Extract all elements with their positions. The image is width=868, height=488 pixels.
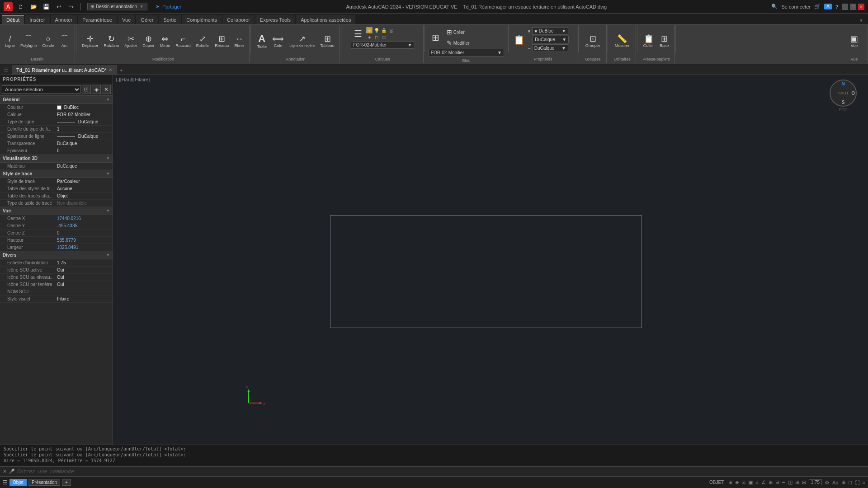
status-objet-btn[interactable]: Objet bbox=[9, 479, 27, 486]
snap-btn[interactable]: ◈ bbox=[735, 479, 739, 485]
layer-dropdown[interactable]: FOR-02-Mobilier ▼ bbox=[351, 41, 414, 49]
close-btn[interactable]: ✕ bbox=[858, 4, 864, 10]
new-tab-btn[interactable]: + bbox=[117, 67, 125, 73]
copier-btn[interactable]: ⊕ Copier bbox=[140, 33, 157, 49]
cart-icon[interactable]: 🛒 bbox=[814, 4, 821, 9]
status-menu-icon[interactable]: ☰ bbox=[3, 479, 8, 486]
undo-btn[interactable]: ↩ bbox=[54, 2, 63, 11]
base-btn[interactable]: ⊞ Base bbox=[657, 33, 671, 49]
tab-vue[interactable]: Vue bbox=[118, 15, 135, 24]
proprietes-calques-btn[interactable]: ☰ bbox=[351, 28, 365, 40]
props-selector-dropdown[interactable]: Aucune sélection bbox=[2, 85, 81, 94]
user-initial[interactable]: A bbox=[824, 4, 832, 9]
workspace-switch-btn[interactable]: ⊞ bbox=[841, 479, 845, 485]
arc-btn[interactable]: ⌒ Arc bbox=[57, 33, 72, 49]
search-icon[interactable]: 🔍 bbox=[771, 4, 778, 9]
open-btn[interactable]: 📂 bbox=[29, 2, 38, 11]
mesurer-btn[interactable]: 📏 Mesurer bbox=[613, 33, 632, 49]
dyn-btn[interactable]: ⊟ bbox=[775, 479, 779, 485]
tab-express[interactable]: Express Tools bbox=[255, 15, 295, 24]
section-visu3d[interactable]: Visualisation 3D ▼ bbox=[0, 155, 113, 163]
fullscreen-btn[interactable]: ⛶ bbox=[855, 480, 860, 485]
tab-collaborer[interactable]: Collaborer bbox=[222, 15, 255, 24]
settings-btn[interactable]: ⚙ bbox=[825, 479, 830, 486]
tab-annoter[interactable]: Annoter bbox=[51, 15, 77, 24]
reseau-btn[interactable]: ⊞ Réseau bbox=[212, 33, 231, 49]
coller-btn[interactable]: 📋 Coller bbox=[641, 33, 656, 49]
etirer-btn[interactable]: ↔ Etirer bbox=[232, 33, 246, 49]
layer-on-icon[interactable]: 💡 bbox=[373, 27, 380, 33]
doc-tab-active[interactable]: Td_01 Réaménager u...tilisant AutoCAD* ✕ bbox=[12, 65, 117, 75]
cmd-input[interactable] bbox=[17, 469, 865, 474]
connect-btn[interactable]: Se connecter bbox=[781, 4, 811, 9]
workspace-selector[interactable]: ⊞ Dessin et annotation ▼ bbox=[87, 3, 147, 10]
modifier-bloc-btn[interactable]: ✎ Modifier bbox=[444, 38, 472, 48]
deplacer-btn[interactable]: ✛ Déplacer bbox=[80, 33, 101, 49]
layer-print-icon[interactable]: 🖨 bbox=[388, 27, 394, 33]
customize-btn[interactable]: ≡ bbox=[863, 480, 865, 485]
section-vue[interactable]: Vue ▼ bbox=[0, 207, 113, 215]
tab-inserer[interactable]: Insérer bbox=[25, 15, 49, 24]
save-btn[interactable]: 💾 bbox=[42, 2, 51, 11]
status-add-tab-btn[interactable]: + bbox=[62, 479, 71, 486]
polar-btn[interactable]: ▣ bbox=[748, 479, 753, 485]
polyligne-btn[interactable]: ⌒ Polyligne bbox=[18, 33, 39, 49]
ajuster-btn[interactable]: ✂ Ajuster bbox=[122, 33, 139, 49]
grouper-btn[interactable]: ⊡ Grouper bbox=[583, 33, 603, 49]
rotation-btn[interactable]: ↻ Rotation bbox=[102, 33, 122, 49]
miroir-btn[interactable]: ⇔ Miroir bbox=[158, 33, 173, 49]
annotscale-btn[interactable]: Aa bbox=[832, 480, 838, 485]
lineweight-dropdown[interactable]: DuCalque ▼ bbox=[532, 44, 568, 52]
tab-appli[interactable]: Applications associées bbox=[296, 15, 355, 24]
menu-btn[interactable]: ☰ bbox=[0, 67, 12, 73]
tab-debut[interactable]: Début bbox=[2, 15, 24, 24]
section-general[interactable]: Général ▼ bbox=[0, 96, 113, 104]
linetype-dropdown[interactable]: DuCalque ▼ bbox=[533, 36, 569, 43]
snap-grid-btn[interactable]: ⊞ bbox=[728, 479, 732, 485]
bloc-dropdown[interactable]: FOR-02-Mobilier ▼ bbox=[429, 49, 504, 56]
layer-rendre-icon[interactable]: ◈ bbox=[366, 34, 373, 40]
layer-lock-icon[interactable]: 🔒 bbox=[381, 27, 387, 33]
status-presentation-btn[interactable]: Présentation bbox=[28, 479, 60, 486]
transparency-btn[interactable]: ◫ bbox=[788, 479, 793, 485]
tab-gerer[interactable]: Gérer bbox=[136, 15, 158, 24]
minimize-btn[interactable]: — bbox=[842, 4, 848, 10]
maximize-btn[interactable]: □ bbox=[850, 4, 856, 10]
ligne-repere-btn[interactable]: ↗ Ligne de repère bbox=[287, 33, 317, 49]
section-style-trace[interactable]: Style de tracé ▼ bbox=[0, 170, 113, 178]
color-dropdown[interactable]: ■ DuBloc ▼ bbox=[532, 27, 568, 35]
doc-tab-close[interactable]: ✕ bbox=[108, 67, 112, 72]
isolation-btn[interactable]: ◻ bbox=[848, 479, 852, 485]
viewport[interactable]: [-][Haut][Filaire] X Y N S O bbox=[113, 75, 868, 445]
cercle-btn[interactable]: ○ Cercle bbox=[40, 33, 57, 49]
ucs-btn[interactable]: ⊞ bbox=[769, 479, 773, 485]
help-btn[interactable]: ? bbox=[835, 4, 838, 9]
ortho-btn[interactable]: ⊡ bbox=[741, 479, 745, 485]
selection-btn[interactable]: ⊞ bbox=[795, 479, 799, 485]
inserer-btn[interactable]: ⊞ bbox=[429, 32, 443, 43]
new-file-btn[interactable]: 🗋 bbox=[16, 2, 25, 11]
tab-parametrique[interactable]: Paramétrique bbox=[78, 15, 117, 24]
proprietes-objet-btn[interactable]: 📋 bbox=[512, 34, 527, 46]
props-close-btn[interactable]: ✕ bbox=[102, 85, 111, 94]
layer-color-icon[interactable]: ■ bbox=[366, 27, 373, 33]
gizmo-btn[interactable]: ⊟ bbox=[802, 479, 806, 485]
cmd-mic-icon[interactable]: 🎤 bbox=[9, 469, 15, 474]
tab-complements[interactable]: Compléments bbox=[182, 15, 222, 24]
share-btn[interactable]: ➤ Partager bbox=[156, 4, 181, 9]
raccord-btn[interactable]: ⌐ Raccord bbox=[173, 33, 193, 49]
layer-vp2-icon[interactable]: □ bbox=[381, 34, 387, 40]
props-select-similar-btn[interactable]: ◈ bbox=[92, 85, 101, 94]
linewidth-btn[interactable]: ━ bbox=[782, 479, 785, 485]
osnap-btn[interactable]: ≡ bbox=[755, 480, 758, 485]
cote-btn[interactable]: ⟺ Cote bbox=[270, 33, 286, 49]
ligne-btn[interactable]: / Ligne bbox=[3, 33, 17, 49]
tableau-btn[interactable]: ⊞ Tableau bbox=[318, 33, 337, 49]
texte-btn[interactable]: A Texte bbox=[255, 33, 269, 50]
creer-bloc-btn[interactable]: ⊞ Créer bbox=[444, 27, 472, 37]
section-divers[interactable]: Divers ▼ bbox=[0, 251, 113, 259]
props-quick-select-btn[interactable]: ⊡ bbox=[82, 85, 91, 94]
tab-sortie[interactable]: Sortie bbox=[159, 15, 181, 24]
layer-vp-icon[interactable]: ◻ bbox=[373, 34, 380, 40]
vue-btn[interactable]: ▣ Vue bbox=[847, 33, 862, 49]
